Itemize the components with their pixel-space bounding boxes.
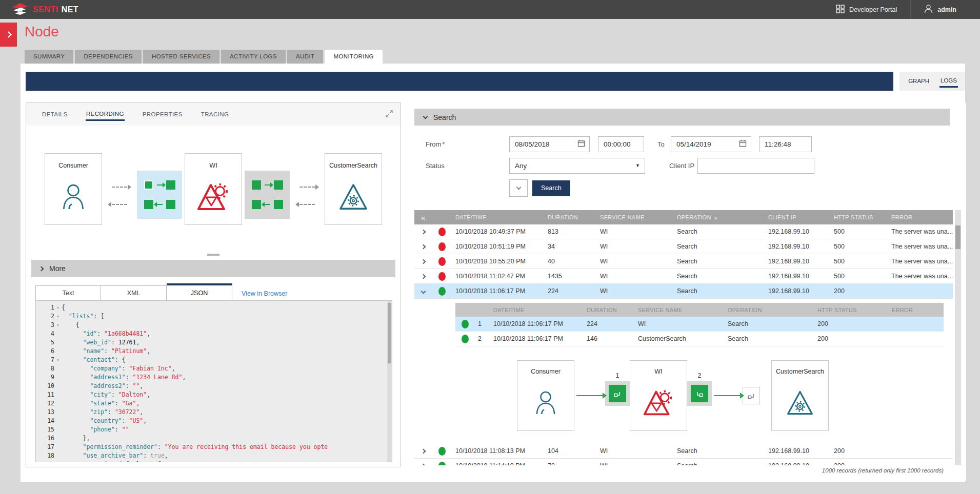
to-date-field[interactable] xyxy=(671,136,751,152)
message-square-icon[interactable] xyxy=(166,200,175,209)
expand-row-icon[interactable] xyxy=(421,244,426,250)
request-message-icon[interactable] xyxy=(609,385,626,402)
column-header-clientip[interactable]: CLIENT IP xyxy=(765,214,831,220)
graph-view-button[interactable]: GRAPH xyxy=(907,76,930,87)
nested-log-row[interactable]: 1 10/10/2018 11:06:17 PM 224 WI Search 2… xyxy=(455,317,944,332)
log-row[interactable]: 10/10/2018 11:08:13 PM104WISearch192.168… xyxy=(414,444,953,459)
calendar-icon[interactable] xyxy=(577,139,585,149)
message-pair[interactable] xyxy=(245,171,290,219)
column-header-operation[interactable]: OPERATION▲ xyxy=(674,214,765,220)
expand-row-icon[interactable] xyxy=(421,449,426,454)
splitter-handle[interactable] xyxy=(207,254,219,256)
message-square-selected-icon[interactable] xyxy=(144,180,153,190)
nested-log-row[interactable]: 2 10/10/2018 11:06:17 PM 146 CustomerSea… xyxy=(455,332,944,346)
column-header-duration[interactable]: DURATION xyxy=(545,214,597,220)
tab-dependencies[interactable]: DEPENDENCIES xyxy=(75,50,142,64)
row-expander[interactable] xyxy=(414,228,432,235)
row-expander[interactable] xyxy=(414,258,432,265)
from-time-input[interactable] xyxy=(598,136,644,152)
message-step-1[interactable]: 1 xyxy=(605,372,630,406)
more-expander[interactable]: More xyxy=(31,260,395,277)
fold-toggle-icon[interactable]: ▾ xyxy=(54,312,62,321)
line-number: 4 xyxy=(36,330,54,338)
view-in-browser-link[interactable]: View in Browser xyxy=(242,290,287,297)
message-square-icon[interactable] xyxy=(252,200,261,209)
row-expander[interactable] xyxy=(414,273,432,280)
search-expander[interactable]: Search xyxy=(414,109,950,126)
message-square-icon[interactable] xyxy=(166,180,175,190)
message-square-icon[interactable] xyxy=(274,200,283,209)
sidebar-expand-button[interactable] xyxy=(0,23,17,47)
tab-monitoring[interactable]: MONITORING xyxy=(325,50,383,64)
expand-row-icon[interactable] xyxy=(421,230,426,235)
code-scrollbar[interactable] xyxy=(387,301,392,462)
status-select[interactable]: Any ▼ xyxy=(509,158,645,174)
search-button[interactable]: Search xyxy=(532,180,570,196)
fold-toggle-icon[interactable]: ▾ xyxy=(54,303,62,312)
tab-json[interactable]: JSON xyxy=(167,283,232,301)
maximize-icon[interactable] xyxy=(385,110,393,120)
diagram-node-consumer[interactable]: Consumer xyxy=(517,360,574,431)
message-step-2[interactable]: 2 xyxy=(687,372,712,406)
column-header-datetime[interactable]: DATE/TIME xyxy=(452,214,545,220)
row-expander[interactable] xyxy=(414,243,432,250)
fold-toggle-icon[interactable]: ▾ xyxy=(54,356,62,364)
log-row[interactable]: 10/10/2018 11:02:47 PM1435WISearch192.16… xyxy=(414,269,953,284)
developer-portal-link[interactable]: Developer Portal xyxy=(823,0,910,19)
row-expander[interactable] xyxy=(414,462,432,465)
logs-view-button[interactable]: LOGS xyxy=(939,75,958,88)
table-scrollbar[interactable] xyxy=(955,210,961,465)
tab-recording[interactable]: RECORDING xyxy=(86,108,125,121)
column-header-httpstatus[interactable]: HTTP STATUS xyxy=(831,214,888,220)
expand-row-icon[interactable] xyxy=(421,274,426,279)
to-time-input[interactable] xyxy=(759,136,812,152)
row-expander[interactable] xyxy=(414,287,432,295)
tab-summary[interactable]: SUMMARY xyxy=(25,50,73,64)
table-scrollbar-thumb[interactable] xyxy=(955,225,961,249)
tab-text[interactable]: Text xyxy=(35,285,101,301)
diagram-node-wi[interactable]: WI xyxy=(185,153,242,225)
tab-audit[interactable]: AUDIT xyxy=(287,50,324,64)
from-date-field[interactable] xyxy=(509,136,590,152)
fold-toggle-icon[interactable]: ▾ xyxy=(54,321,62,330)
expand-row-icon[interactable] xyxy=(421,464,426,465)
tab-tracing[interactable]: TRACING xyxy=(201,109,230,120)
cell-operation: Search xyxy=(725,320,814,327)
row-expander[interactable] xyxy=(414,447,432,455)
message-square-icon[interactable] xyxy=(252,180,261,190)
line-number: 2 xyxy=(36,312,54,321)
client-ip-input[interactable] xyxy=(697,158,814,174)
line-number: 19 xyxy=(36,460,54,462)
user-menu[interactable]: admin xyxy=(911,0,970,19)
log-row[interactable]: 10/10/2018 10:51:19 PM34WISearch192.168.… xyxy=(414,239,953,254)
log-row[interactable]: 10/10/2018 11:14:19 PM78WISearch192.168.… xyxy=(414,459,953,465)
message-square-icon[interactable] xyxy=(274,180,283,190)
request-message-icon[interactable] xyxy=(691,385,708,402)
tab-activity-logs[interactable]: ACTIVITY LOGS xyxy=(221,50,286,64)
log-row[interactable]: 10/10/2018 10:49:37 PM813WISearch192.168… xyxy=(414,224,953,239)
diagram-node-customersearch[interactable]: CustomerSearch xyxy=(771,360,829,431)
expand-row-icon[interactable] xyxy=(421,259,426,264)
column-header-service[interactable]: SERVICE NAME xyxy=(597,214,674,220)
message-pair-selected[interactable] xyxy=(137,171,182,219)
client-ip-label: Client IP xyxy=(669,162,694,170)
tab-properties[interactable]: PROPERTIES xyxy=(142,109,183,120)
message-connector-icon[interactable] xyxy=(743,387,760,404)
log-row[interactable]: 10/10/2018 11:06:17 PM224WISearch192.168… xyxy=(414,284,953,299)
tab-hosted-services[interactable]: HOSTED SERVICES xyxy=(143,50,219,64)
column-header-error[interactable]: ERROR xyxy=(888,214,953,220)
diagram-node-customersearch[interactable]: CustomerSearch xyxy=(325,153,382,225)
collapse-all-button[interactable]: « xyxy=(414,213,432,222)
to-date-input[interactable] xyxy=(676,140,736,148)
diagram-node-consumer[interactable]: Consumer xyxy=(45,153,102,225)
code-scrollbar-thumb[interactable] xyxy=(388,303,391,363)
tab-details[interactable]: DETAILS xyxy=(42,109,68,120)
message-square-icon[interactable] xyxy=(144,200,153,209)
diagram-node-wi[interactable]: WI xyxy=(630,360,687,431)
from-date-input[interactable] xyxy=(515,140,574,148)
log-row[interactable]: 10/10/2018 10:55:20 PM40WISearch192.168.… xyxy=(414,254,953,269)
advanced-search-expander[interactable] xyxy=(509,179,528,197)
calendar-icon[interactable] xyxy=(739,139,747,149)
collapse-row-icon[interactable] xyxy=(421,289,426,294)
tab-xml[interactable]: XML xyxy=(101,285,167,301)
